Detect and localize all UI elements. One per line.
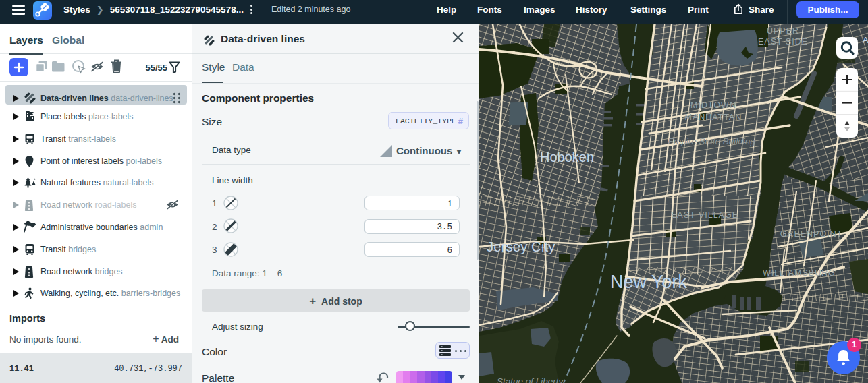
svg-text:UPPER: UPPER [767,26,799,36]
svg-text:A: A [863,35,868,45]
svg-text:EAST VILLAGE: EAST VILLAGE [671,210,738,220]
svg-text:Hoboken: Hoboken [540,150,594,165]
svg-text:Jersey City: Jersey City [487,239,555,254]
svg-text:Statue of Liberty: Statue of Liberty [497,376,564,383]
svg-text:MIDTOWN: MIDTOWN [690,100,736,110]
svg-text:EAST SIDE: EAST SIDE [758,37,808,47]
svg-text:Empire State Building: Empire State Building [668,136,755,146]
svg-text:New York: New York [610,272,688,292]
svg-text:WILLIAMSBURG: WILLIAMSBURG [763,268,836,278]
svg-text:MANHATTAN: MANHATTAN [685,113,742,122]
svg-text:GREENPOINT: GREENPOINT [780,229,843,239]
